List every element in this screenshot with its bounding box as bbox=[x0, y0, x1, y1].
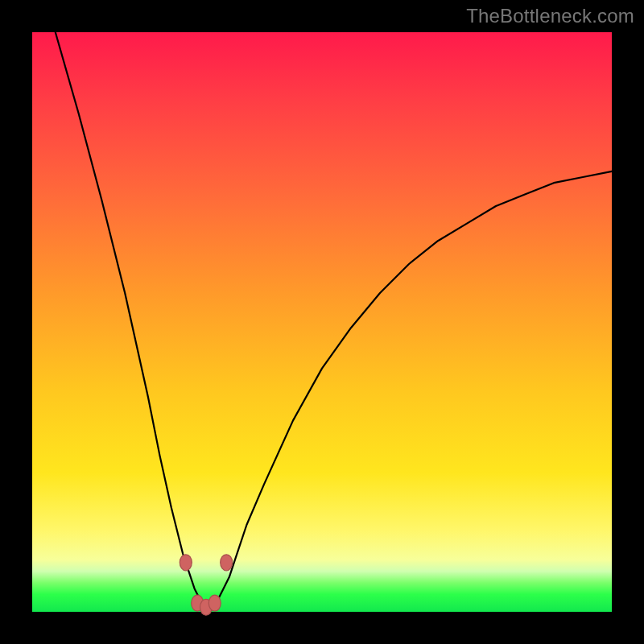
watermark-text: TheBottleneck.com bbox=[466, 5, 634, 27]
bottleneck-curve-path bbox=[56, 32, 612, 606]
valley-marker bbox=[180, 555, 192, 571]
valley-marker bbox=[208, 595, 221, 611]
plot-area bbox=[32, 32, 612, 612]
chart-container: TheBottleneck.com bbox=[0, 0, 644, 644]
bottleneck-curve-svg bbox=[32, 32, 612, 612]
valley-marker bbox=[221, 555, 233, 571]
